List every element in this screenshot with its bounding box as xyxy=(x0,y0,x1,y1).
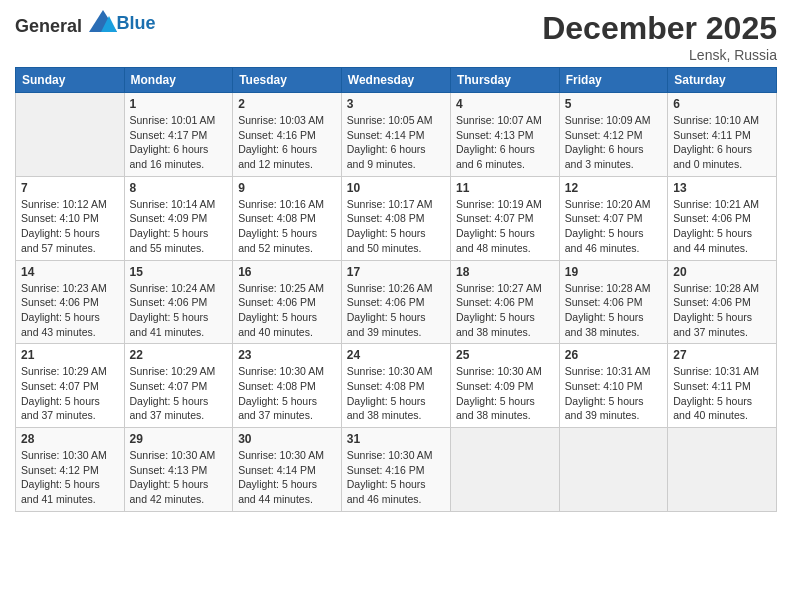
sunrise: Sunrise: 10:25 AM xyxy=(238,282,324,294)
sunrise: Sunrise: 10:29 AM xyxy=(21,365,107,377)
calendar-cell: 24 Sunrise: 10:30 AM Sunset: 4:08 PM Day… xyxy=(341,344,450,428)
calendar-cell: 1 Sunrise: 10:01 AM Sunset: 4:17 PM Dayl… xyxy=(124,93,233,177)
day-info: Sunrise: 10:10 AM Sunset: 4:11 PM Daylig… xyxy=(673,113,771,172)
daylight: Daylight: 5 hours and 38 minutes. xyxy=(456,395,535,422)
sunset: Sunset: 4:09 PM xyxy=(130,212,208,224)
sunset: Sunset: 4:06 PM xyxy=(130,296,208,308)
sunrise: Sunrise: 10:27 AM xyxy=(456,282,542,294)
calendar-cell: 31 Sunrise: 10:30 AM Sunset: 4:16 PM Day… xyxy=(341,428,450,512)
calendar-cell xyxy=(16,93,125,177)
col-sunday: Sunday xyxy=(16,68,125,93)
day-info: Sunrise: 10:30 AM Sunset: 4:09 PM Daylig… xyxy=(456,364,554,423)
calendar-cell: 7 Sunrise: 10:12 AM Sunset: 4:10 PM Dayl… xyxy=(16,176,125,260)
daylight: Daylight: 6 hours and 9 minutes. xyxy=(347,143,426,170)
sunrise: Sunrise: 10:30 AM xyxy=(456,365,542,377)
calendar-cell: 3 Sunrise: 10:05 AM Sunset: 4:14 PM Dayl… xyxy=(341,93,450,177)
day-info: Sunrise: 10:25 AM Sunset: 4:06 PM Daylig… xyxy=(238,281,336,340)
day-number: 23 xyxy=(238,348,336,362)
sunset: Sunset: 4:13 PM xyxy=(456,129,534,141)
sunrise: Sunrise: 10:14 AM xyxy=(130,198,216,210)
daylight: Daylight: 6 hours and 16 minutes. xyxy=(130,143,209,170)
sunrise: Sunrise: 10:17 AM xyxy=(347,198,433,210)
sunset: Sunset: 4:11 PM xyxy=(673,380,751,392)
sunrise: Sunrise: 10:30 AM xyxy=(130,449,216,461)
logo-general: General xyxy=(15,16,82,36)
daylight: Daylight: 5 hours and 57 minutes. xyxy=(21,227,100,254)
day-number: 5 xyxy=(565,97,662,111)
sunrise: Sunrise: 10:29 AM xyxy=(130,365,216,377)
sunset: Sunset: 4:07 PM xyxy=(565,212,643,224)
sunrise: Sunrise: 10:12 AM xyxy=(21,198,107,210)
daylight: Daylight: 5 hours and 41 minutes. xyxy=(21,478,100,505)
daylight: Daylight: 5 hours and 40 minutes. xyxy=(238,311,317,338)
day-number: 14 xyxy=(21,265,119,279)
day-info: Sunrise: 10:29 AM Sunset: 4:07 PM Daylig… xyxy=(130,364,228,423)
day-info: Sunrise: 10:30 AM Sunset: 4:14 PM Daylig… xyxy=(238,448,336,507)
calendar-week-0: 1 Sunrise: 10:01 AM Sunset: 4:17 PM Dayl… xyxy=(16,93,777,177)
day-number: 26 xyxy=(565,348,662,362)
daylight: Daylight: 5 hours and 38 minutes. xyxy=(456,311,535,338)
calendar-cell: 18 Sunrise: 10:27 AM Sunset: 4:06 PM Day… xyxy=(450,260,559,344)
daylight: Daylight: 5 hours and 44 minutes. xyxy=(673,227,752,254)
col-tuesday: Tuesday xyxy=(233,68,342,93)
sunset: Sunset: 4:14 PM xyxy=(238,464,316,476)
calendar-week-4: 28 Sunrise: 10:30 AM Sunset: 4:12 PM Day… xyxy=(16,428,777,512)
calendar-cell: 4 Sunrise: 10:07 AM Sunset: 4:13 PM Dayl… xyxy=(450,93,559,177)
daylight: Daylight: 5 hours and 52 minutes. xyxy=(238,227,317,254)
sunset: Sunset: 4:11 PM xyxy=(673,129,751,141)
day-number: 15 xyxy=(130,265,228,279)
calendar-cell: 23 Sunrise: 10:30 AM Sunset: 4:08 PM Day… xyxy=(233,344,342,428)
title-section: December 2025 Lensk, Russia xyxy=(542,10,777,63)
day-info: Sunrise: 10:05 AM Sunset: 4:14 PM Daylig… xyxy=(347,113,445,172)
calendar-week-3: 21 Sunrise: 10:29 AM Sunset: 4:07 PM Day… xyxy=(16,344,777,428)
daylight: Daylight: 5 hours and 37 minutes. xyxy=(238,395,317,422)
sunset: Sunset: 4:13 PM xyxy=(130,464,208,476)
sunset: Sunset: 4:06 PM xyxy=(238,296,316,308)
sunrise: Sunrise: 10:19 AM xyxy=(456,198,542,210)
col-wednesday: Wednesday xyxy=(341,68,450,93)
day-number: 13 xyxy=(673,181,771,195)
day-number: 17 xyxy=(347,265,445,279)
day-number: 16 xyxy=(238,265,336,279)
sunset: Sunset: 4:12 PM xyxy=(565,129,643,141)
calendar-cell: 19 Sunrise: 10:28 AM Sunset: 4:06 PM Day… xyxy=(559,260,667,344)
sunrise: Sunrise: 10:30 AM xyxy=(238,365,324,377)
day-info: Sunrise: 10:17 AM Sunset: 4:08 PM Daylig… xyxy=(347,197,445,256)
day-number: 12 xyxy=(565,181,662,195)
day-info: Sunrise: 10:21 AM Sunset: 4:06 PM Daylig… xyxy=(673,197,771,256)
daylight: Daylight: 5 hours and 42 minutes. xyxy=(130,478,209,505)
day-number: 1 xyxy=(130,97,228,111)
day-number: 28 xyxy=(21,432,119,446)
daylight: Daylight: 5 hours and 37 minutes. xyxy=(130,395,209,422)
daylight: Daylight: 5 hours and 38 minutes. xyxy=(565,311,644,338)
day-number: 9 xyxy=(238,181,336,195)
day-number: 31 xyxy=(347,432,445,446)
day-number: 10 xyxy=(347,181,445,195)
sunrise: Sunrise: 10:16 AM xyxy=(238,198,324,210)
calendar-cell: 29 Sunrise: 10:30 AM Sunset: 4:13 PM Day… xyxy=(124,428,233,512)
daylight: Daylight: 5 hours and 41 minutes. xyxy=(130,311,209,338)
calendar-cell: 13 Sunrise: 10:21 AM Sunset: 4:06 PM Day… xyxy=(668,176,777,260)
day-info: Sunrise: 10:16 AM Sunset: 4:08 PM Daylig… xyxy=(238,197,336,256)
calendar-header-row: Sunday Monday Tuesday Wednesday Thursday… xyxy=(16,68,777,93)
sunset: Sunset: 4:16 PM xyxy=(347,464,425,476)
calendar-cell: 10 Sunrise: 10:17 AM Sunset: 4:08 PM Day… xyxy=(341,176,450,260)
daylight: Daylight: 5 hours and 44 minutes. xyxy=(238,478,317,505)
day-info: Sunrise: 10:30 AM Sunset: 4:08 PM Daylig… xyxy=(347,364,445,423)
daylight: Daylight: 5 hours and 40 minutes. xyxy=(673,395,752,422)
day-info: Sunrise: 10:29 AM Sunset: 4:07 PM Daylig… xyxy=(21,364,119,423)
day-info: Sunrise: 10:14 AM Sunset: 4:09 PM Daylig… xyxy=(130,197,228,256)
daylight: Daylight: 6 hours and 0 minutes. xyxy=(673,143,752,170)
calendar-week-2: 14 Sunrise: 10:23 AM Sunset: 4:06 PM Day… xyxy=(16,260,777,344)
sunset: Sunset: 4:07 PM xyxy=(456,212,534,224)
sunset: Sunset: 4:08 PM xyxy=(238,212,316,224)
day-number: 30 xyxy=(238,432,336,446)
month-title: December 2025 xyxy=(542,10,777,47)
day-info: Sunrise: 10:30 AM Sunset: 4:12 PM Daylig… xyxy=(21,448,119,507)
sunrise: Sunrise: 10:31 AM xyxy=(673,365,759,377)
sunset: Sunset: 4:16 PM xyxy=(238,129,316,141)
daylight: Daylight: 5 hours and 48 minutes. xyxy=(456,227,535,254)
sunrise: Sunrise: 10:10 AM xyxy=(673,114,759,126)
daylight: Daylight: 5 hours and 50 minutes. xyxy=(347,227,426,254)
day-info: Sunrise: 10:31 AM Sunset: 4:10 PM Daylig… xyxy=(565,364,662,423)
